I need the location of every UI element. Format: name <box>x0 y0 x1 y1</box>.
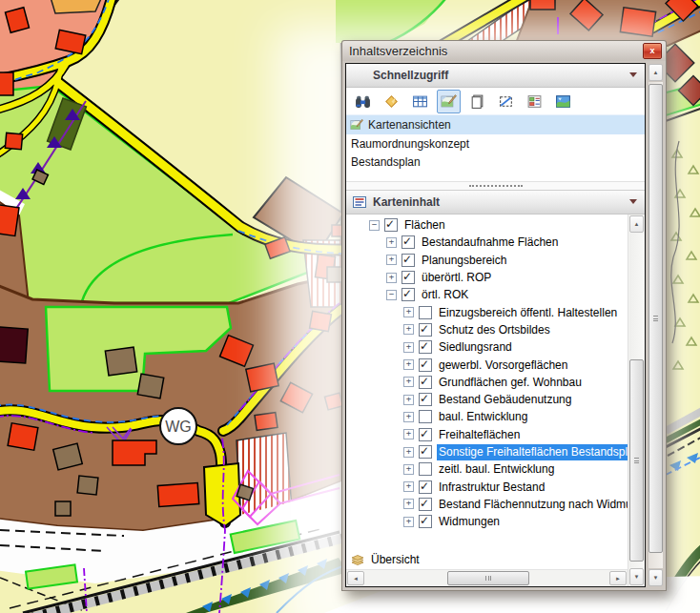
hscroll-track[interactable] <box>365 571 608 585</box>
scroll-down-button[interactable]: ▼ <box>629 568 644 585</box>
tree-item[interactable]: +Siedlungsrand <box>346 338 628 356</box>
toolbar-button-find[interactable] <box>351 90 375 113</box>
expand-icon[interactable]: + <box>403 464 414 475</box>
tree-vertical-scrollbar[interactable]: ▲ ▼ <box>628 215 645 586</box>
spacer <box>346 171 645 181</box>
tree-item[interactable]: +Grundflächen gef. Wohnbau <box>346 374 628 391</box>
panel-titlebar[interactable]: Inhaltsverzeichnis x <box>342 41 666 61</box>
toolbar-button-layer-file[interactable] <box>523 90 546 113</box>
expand-icon[interactable]: + <box>403 481 414 492</box>
expand-icon[interactable]: + <box>403 447 414 458</box>
tree-item[interactable]: +Bestandaufnahme Flächen <box>346 234 628 251</box>
layer-visibility-checkbox[interactable] <box>419 515 432 528</box>
layer-visibility-checkbox[interactable] <box>419 480 432 494</box>
expand-icon[interactable]: + <box>403 307 414 317</box>
tree-item[interactable]: +zeitl. baul. Entwicklung <box>346 460 628 478</box>
expand-icon[interactable]: + <box>403 412 414 422</box>
scroll-right-button[interactable]: ► <box>609 571 627 585</box>
tree-item[interactable]: +überörtl. ROP <box>346 269 628 286</box>
layer-visibility-checkbox[interactable] <box>419 462 432 476</box>
toolbar-button-map-views[interactable] <box>437 90 461 113</box>
uebersicht-row[interactable]: Übersicht <box>350 550 628 569</box>
scroll-up-button[interactable]: ▲ <box>649 64 663 81</box>
layer-label: Schutz des Ortsbildes <box>437 321 552 337</box>
toolbar-button-map-image[interactable] <box>551 90 575 113</box>
tree-item[interactable]: −Flächen <box>346 216 628 234</box>
tree-item[interactable]: +Sonstige Freihalteflächen Bestandspla <box>346 443 628 460</box>
expand-icon[interactable]: + <box>403 359 414 370</box>
toolbar-button-document[interactable] <box>465 90 489 113</box>
tree-item[interactable]: +Widmungen <box>346 513 628 530</box>
layer-visibility-checkbox[interactable] <box>419 376 432 389</box>
tree-item[interactable]: +Schutz des Ortsbildes <box>346 321 628 338</box>
panel-vertical-scrollbar[interactable]: ▲ ▼ <box>648 63 664 587</box>
scroll-down-button[interactable]: ▼ <box>649 569 663 586</box>
expand-icon[interactable]: + <box>403 499 414 509</box>
tree-item[interactable]: +Infrastruktur Bestand <box>346 478 628 495</box>
scroll-up-button[interactable]: ▲ <box>629 215 644 233</box>
tree-item[interactable]: +baul. Entwicklung <box>346 408 628 425</box>
panel-title: Inhaltsverzeichnis <box>349 44 643 58</box>
layer-visibility-checkbox[interactable] <box>419 445 432 459</box>
uebersicht-label: Übersicht <box>371 553 420 566</box>
tree-item[interactable]: +Einzugsbereich öffentl. Haltestellen <box>346 303 628 320</box>
expand-icon[interactable]: + <box>403 517 414 527</box>
layer-visibility-checkbox[interactable] <box>401 254 415 267</box>
layer-visibility-checkbox[interactable] <box>419 323 432 337</box>
map-view-item[interactable]: Raumordnungskonzept <box>346 134 645 153</box>
kartenansichten-row[interactable]: Kartenansichten <box>346 114 645 134</box>
tree-item[interactable]: +Planungsbereich <box>346 252 628 269</box>
toolbar-button-diamond[interactable] <box>380 90 403 113</box>
tree-item[interactable]: +Freihalteflächen <box>346 426 628 443</box>
tree-item[interactable]: +gewerbl. Vorsorgeflächen <box>346 356 628 373</box>
tree-item[interactable]: +Bestand Gebäudenutzung <box>346 391 628 408</box>
toolbar-button-table[interactable] <box>408 90 432 113</box>
expand-icon[interactable]: + <box>403 324 414 335</box>
layer-visibility-checkbox[interactable] <box>419 428 432 441</box>
map-view-item[interactable]: Bestandsplan <box>346 153 645 171</box>
expand-icon[interactable]: + <box>403 377 414 387</box>
map-content-area: −Flächen+Bestandaufnahme Flächen+Planung… <box>346 215 645 586</box>
layer-visibility-checkbox[interactable] <box>419 358 432 372</box>
scroll-left-button[interactable]: ◄ <box>347 571 364 585</box>
vscroll-track[interactable] <box>629 234 644 567</box>
layer-visibility-checkbox[interactable] <box>419 393 432 406</box>
layer-visibility-checkbox[interactable] <box>419 498 432 511</box>
layer-label: Widmungen <box>437 514 502 530</box>
toolbar-button-extent[interactable] <box>494 90 518 113</box>
expand-icon[interactable]: + <box>403 429 414 439</box>
tree-item[interactable]: −örtl. ROK <box>346 286 628 303</box>
collapse-icon[interactable]: − <box>386 290 397 300</box>
panel-vscroll-track[interactable] <box>649 82 663 568</box>
karteninhalt-header[interactable]: Karteninhalt <box>346 191 645 215</box>
layer-visibility-checkbox[interactable] <box>419 410 432 423</box>
close-button[interactable]: x <box>643 43 662 59</box>
layer-label: Freihalteflächen <box>437 426 522 442</box>
tree-item[interactable]: +Bestand Flächennutzung nach Widmu <box>346 496 628 513</box>
layer-visibility-checkbox[interactable] <box>419 306 432 319</box>
schnellzugriff-header[interactable]: Schnellzugriff <box>346 64 645 88</box>
expand-icon[interactable]: + <box>403 342 414 353</box>
layer-visibility-checkbox[interactable] <box>419 340 432 354</box>
collapse-icon[interactable]: − <box>369 220 380 231</box>
layer-label: Infrastruktur Bestand <box>437 479 546 495</box>
expand-icon[interactable]: + <box>386 255 397 265</box>
layer-label: Siedlungsrand <box>437 339 514 356</box>
expand-icon[interactable]: + <box>386 273 397 283</box>
layer-visibility-checkbox[interactable] <box>401 235 415 249</box>
layer-visibility-checkbox[interactable] <box>401 271 415 284</box>
expand-icon[interactable]: + <box>403 395 414 405</box>
panel-splitter[interactable] <box>346 181 645 191</box>
layer-visibility-checkbox[interactable] <box>384 218 398 232</box>
expand-icon[interactable]: + <box>386 237 397 248</box>
panel-vscroll-thumb[interactable] <box>649 84 663 553</box>
layer-label: gewerbl. Vorsorgeflächen <box>437 357 569 373</box>
chevron-down-icon[interactable] <box>629 72 637 77</box>
layer-visibility-checkbox[interactable] <box>401 288 415 301</box>
chevron-down-icon[interactable] <box>629 199 637 204</box>
karteninhalt-label: Karteninhalt <box>373 195 440 209</box>
hscroll-thumb[interactable] <box>447 571 529 585</box>
diamond-icon <box>383 93 400 110</box>
horizontal-scrollbar[interactable]: ◄ ► <box>346 569 628 586</box>
vscroll-thumb[interactable] <box>629 359 644 562</box>
